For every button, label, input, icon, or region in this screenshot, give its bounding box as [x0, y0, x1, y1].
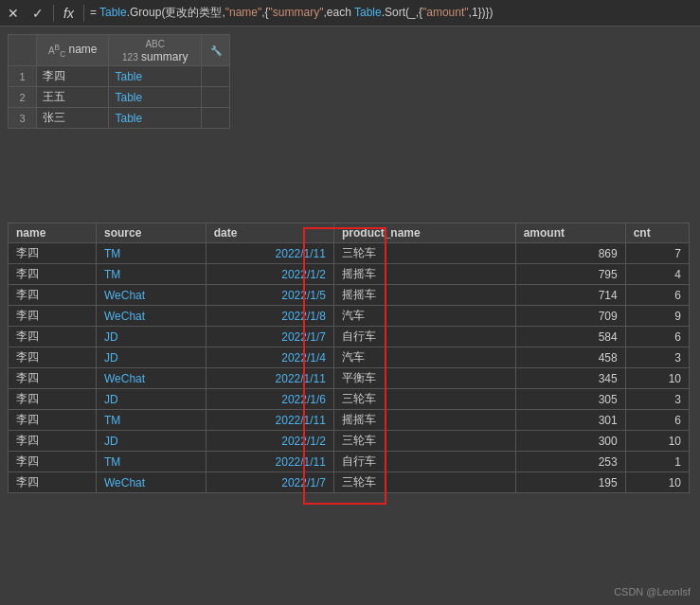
summary-cell: Table: [109, 108, 202, 129]
name-cell: 李四: [9, 389, 97, 410]
name-cell: 王五: [37, 87, 109, 108]
name-cell: 李四: [9, 452, 97, 472]
extra-cell: [202, 108, 230, 129]
cnt-cell: 10: [625, 472, 689, 493]
cnt-cell: 6: [625, 285, 689, 306]
amount-cell: 869: [515, 243, 625, 264]
cnt-cell: 10: [625, 431, 689, 452]
amount-cell: 795: [515, 264, 625, 285]
date-cell: 2022/1/7: [206, 472, 333, 493]
table-row: 李四 WeChat 2022/1/7 三轮车 195 10: [9, 472, 690, 493]
product-cell: 自行车: [333, 327, 515, 347]
date-cell: 2022/1/2: [206, 431, 333, 452]
col-header-name: name: [9, 223, 97, 243]
date-cell: 2022/1/11: [206, 243, 333, 264]
cnt-cell: 9: [625, 306, 689, 327]
upper-table: ABC name ABC123 summary 🔧 1 李四 Table 2 王…: [8, 34, 230, 129]
formula-bar: ✕ ✓ fx = Table.Group(更改的类型,"name",{"summ…: [0, 0, 700, 27]
name-cell: 李四: [9, 410, 97, 431]
table-row: 李四 WeChat 2022/1/5 摇摇车 714 6: [9, 285, 690, 306]
name-cell: 李四: [9, 431, 97, 452]
col-header-summary: ABC123 summary: [109, 35, 202, 66]
source-cell: JD: [96, 327, 206, 347]
source-cell: JD: [96, 431, 206, 452]
table-row: 李四 JD 2022/1/7 自行车 584 6: [9, 327, 690, 347]
upper-section: ABC name ABC123 summary 🔧 1 李四 Table 2 王…: [0, 27, 700, 133]
table-row: 李四 JD 2022/1/6 三轮车 305 3: [9, 389, 690, 410]
fx-label: fx: [60, 6, 78, 21]
product-cell: 三轮车: [333, 472, 515, 493]
check-icon[interactable]: ✓: [28, 6, 47, 21]
amount-cell: 301: [515, 410, 625, 431]
upper-table-row: 2 王五 Table: [9, 87, 230, 108]
amount-cell: 305: [515, 389, 625, 410]
product-cell: 汽车: [333, 347, 515, 368]
watermark: CSDN @Leonlsf: [614, 586, 691, 597]
product-cell: 三轮车: [333, 243, 515, 264]
product-cell: 自行车: [333, 452, 515, 472]
name-cell: 李四: [37, 66, 109, 87]
summary-cell: Table: [109, 87, 202, 108]
source-cell: WeChat: [96, 306, 206, 327]
middle-gap: [0, 133, 700, 222]
amount-cell: 300: [515, 431, 625, 452]
col-header-date: date: [206, 223, 333, 243]
cnt-cell: 6: [625, 327, 689, 347]
lower-section: namesourcedateproduct_nameamountcnt 李四 T…: [0, 222, 700, 493]
amount-cell: 253: [515, 452, 625, 472]
cnt-cell: 4: [625, 264, 689, 285]
cnt-cell: 10: [625, 368, 689, 389]
cnt-cell: 7: [625, 243, 689, 264]
name-cell: 李四: [9, 264, 97, 285]
amount-cell: 345: [515, 368, 625, 389]
date-cell: 2022/1/7: [206, 327, 333, 347]
upper-table-row: 1 李四 Table: [9, 66, 230, 87]
col-header-extra: 🔧: [202, 35, 230, 66]
date-cell: 2022/1/6: [206, 389, 333, 410]
table-row: 李四 JD 2022/1/2 三轮车 300 10: [9, 431, 690, 452]
name-cell: 李四: [9, 243, 97, 264]
summary-cell: Table: [109, 66, 202, 87]
table-row: 李四 JD 2022/1/4 汽车 458 3: [9, 347, 690, 368]
product-cell: 摇摇车: [333, 285, 515, 306]
amount-cell: 714: [515, 285, 625, 306]
table-row: 李四 TM 2022/1/11 摇摇车 301 6: [9, 410, 690, 431]
col-header-name: ABC name: [37, 35, 109, 66]
formula-text[interactable]: = Table.Group(更改的类型,"name",{"summary",ea…: [90, 5, 696, 21]
date-cell: 2022/1/2: [206, 264, 333, 285]
date-cell: 2022/1/11: [206, 452, 333, 472]
source-cell: WeChat: [96, 285, 206, 306]
source-cell: TM: [96, 264, 206, 285]
name-cell: 李四: [9, 347, 97, 368]
amount-cell: 709: [515, 306, 625, 327]
name-cell: 李四: [9, 368, 97, 389]
product-cell: 平衡车: [333, 368, 515, 389]
product-cell: 汽车: [333, 306, 515, 327]
amount-cell: 584: [515, 327, 625, 347]
table-row: 李四 TM 2022/1/2 摇摇车 795 4: [9, 264, 690, 285]
date-cell: 2022/1/11: [206, 410, 333, 431]
col-header-cnt: cnt: [625, 223, 689, 243]
col-header-source: source: [96, 223, 206, 243]
date-cell: 2022/1/11: [206, 368, 333, 389]
source-cell: JD: [96, 389, 206, 410]
upper-table-row: 3 张三 Table: [9, 108, 230, 129]
date-cell: 2022/1/4: [206, 347, 333, 368]
row-num-header: [9, 35, 37, 66]
col-header-amount: amount: [515, 223, 625, 243]
amount-cell: 458: [515, 347, 625, 368]
source-cell: JD: [96, 347, 206, 368]
close-icon[interactable]: ✕: [4, 6, 23, 21]
source-cell: TM: [96, 410, 206, 431]
date-cell: 2022/1/8: [206, 306, 333, 327]
divider: [53, 5, 54, 22]
main-table: namesourcedateproduct_nameamountcnt 李四 T…: [8, 222, 690, 493]
extra-cell: [202, 87, 230, 108]
row-number: 1: [9, 66, 37, 87]
name-cell: 李四: [9, 285, 97, 306]
product-cell: 摇摇车: [333, 264, 515, 285]
cnt-cell: 6: [625, 410, 689, 431]
table-row: 李四 WeChat 2022/1/8 汽车 709 9: [9, 306, 690, 327]
cnt-cell: 3: [625, 347, 689, 368]
date-cell: 2022/1/5: [206, 285, 333, 306]
